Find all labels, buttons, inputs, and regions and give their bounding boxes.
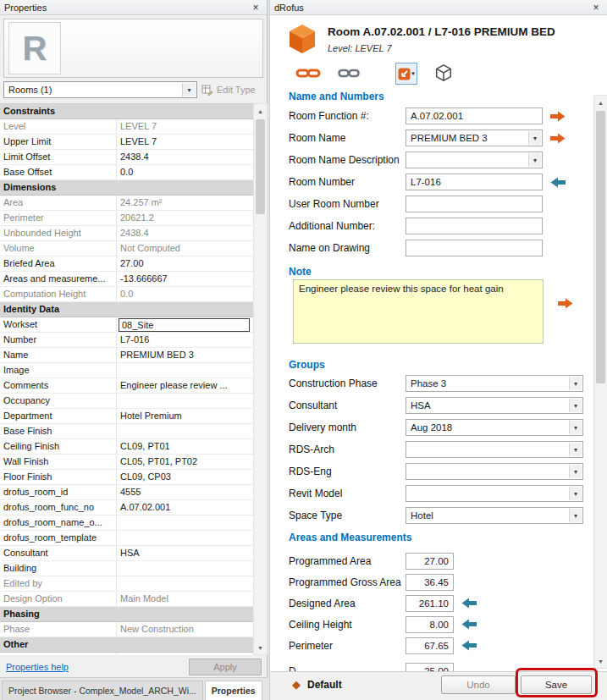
chevron-down-icon[interactable]: ▾ <box>569 509 582 522</box>
property-value[interactable]: CL09, PT01 <box>117 439 253 454</box>
properties-scrollbar[interactable]: ▲ ▼ <box>253 103 268 655</box>
section-header-dimensions[interactable]: Dimensions <box>0 180 253 196</box>
property-value[interactable]: Hotel Premium <box>117 409 253 423</box>
dropdown-room-name[interactable]: PREMIUM BED 3▾ <box>406 130 543 146</box>
blue-left-arrow[interactable] <box>461 598 477 609</box>
scroll-thumb[interactable] <box>256 119 265 214</box>
property-value[interactable] <box>117 515 253 530</box>
property-value[interactable] <box>117 363 253 378</box>
link-icon[interactable] <box>295 66 321 82</box>
property-value[interactable]: 24.257 m² <box>117 196 253 210</box>
blue-left-arrow[interactable] <box>550 177 566 188</box>
scroll-down-icon[interactable]: ▼ <box>594 654 607 668</box>
drofus-scrollbar[interactable]: ▲ ▼ <box>593 95 607 669</box>
panel-tab-project-browser-complex-[interactable]: Project Browser - Complex_Model_ARCH_Wi.… <box>2 681 203 700</box>
type-selector[interactable]: R <box>3 19 263 78</box>
scroll-up-icon[interactable]: ▲ <box>254 104 267 118</box>
dropdown-room-name-description[interactable]: ▾ <box>406 152 543 168</box>
property-value[interactable]: HSA <box>117 546 253 560</box>
property-value[interactable]: 2438.4 <box>117 150 253 164</box>
property-value[interactable]: CL05, PT01, PT02 <box>117 455 253 469</box>
text-input-room-number[interactable]: L7-016 <box>406 174 543 190</box>
property-value[interactable]: 4555 <box>117 485 253 499</box>
property-value[interactable] <box>117 576 253 591</box>
chevron-down-icon[interactable]: ▾ <box>569 465 582 478</box>
property-value[interactable]: A.07.02.001 <box>117 500 253 515</box>
apply-button[interactable]: Apply <box>189 659 262 675</box>
dropdown-revit-model[interactable]: ▾ <box>406 485 583 502</box>
property-value[interactable]: PREMIUM BED 3 <box>117 348 253 362</box>
property-value[interactable] <box>117 531 253 545</box>
dropdown-consultant[interactable]: HSA▾ <box>406 397 583 414</box>
chevron-down-icon[interactable]: ▾ <box>569 443 582 456</box>
property-value[interactable]: 27.00 <box>117 256 253 271</box>
property-value[interactable]: Main Model <box>117 592 253 606</box>
chevron-down-icon[interactable]: ▾ <box>182 83 196 96</box>
text-input-programmed-area[interactable]: 27.00 <box>406 553 454 570</box>
chevron-down-icon[interactable]: ▾ <box>569 421 582 434</box>
section-header-identity-data[interactable]: Identity Data <box>0 302 253 317</box>
text-input-room-function[interactable]: A.07.02.001 <box>406 107 543 124</box>
chevron-down-icon[interactable]: ▾ <box>528 131 541 145</box>
property-value[interactable] <box>117 653 253 655</box>
orange-right-arrow[interactable] <box>550 111 566 122</box>
property-value[interactable] <box>117 561 253 576</box>
unlink-icon[interactable] <box>338 66 360 82</box>
property-value[interactable]: LEVEL 7 <box>117 119 253 134</box>
property-value[interactable]: Not Computed <box>117 241 253 256</box>
save-button[interactable]: Save <box>521 675 592 694</box>
properties-titlebar[interactable]: Properties × <box>0 0 267 15</box>
undo-button[interactable]: Undo <box>441 675 516 694</box>
blue-left-arrow[interactable] <box>461 619 477 630</box>
edit-type-button[interactable]: Edit Type <box>201 81 264 98</box>
property-value[interactable]: CL09, CP03 <box>117 470 253 484</box>
property-value[interactable]: 0.0 <box>117 287 253 301</box>
text-input-user-room-number[interactable] <box>406 196 543 212</box>
property-value[interactable]: New Construction <box>117 622 253 637</box>
type-filter-combo[interactable]: Rooms (1) ▾ <box>3 81 197 98</box>
text-input-ceiling-height[interactable]: 8.00 <box>406 616 454 633</box>
property-value[interactable] <box>117 394 253 408</box>
text-input-programmed-gross-area[interactable]: 36.45 <box>406 574 454 591</box>
chevron-down-icon[interactable]: ▾ <box>528 153 541 167</box>
property-value[interactable]: Engineer please review ... <box>117 378 253 393</box>
dropdown-rds-arch[interactable]: ▾ <box>406 441 583 458</box>
scroll-thumb[interactable] <box>596 111 605 383</box>
section-header-constraints[interactable]: Constraints <box>0 104 253 119</box>
property-value[interactable]: 2438.4 <box>117 226 253 240</box>
close-icon[interactable]: × <box>589 2 603 14</box>
dropdown-delivery-month[interactable]: Aug 2018▾ <box>406 419 583 436</box>
property-value[interactable]: LEVEL 7 <box>117 135 253 149</box>
text-input-name-on-drawing[interactable] <box>406 240 543 256</box>
default-config-label[interactable]: Default <box>307 679 342 691</box>
properties-help-link[interactable]: Properties help <box>6 662 69 672</box>
blue-left-arrow[interactable] <box>461 640 477 651</box>
drofus-titlebar[interactable]: dRofus × <box>270 0 607 15</box>
section-header-other[interactable]: Other <box>0 637 253 653</box>
drofus-window-icon[interactable]: ▾ <box>395 63 417 85</box>
text-input-designed-area[interactable]: 261.10 <box>406 595 454 612</box>
model-cube-icon[interactable] <box>434 63 453 84</box>
section-header-phasing[interactable]: Phasing <box>0 607 253 622</box>
chevron-down-icon[interactable]: ▾ <box>411 70 415 77</box>
text-input-perimeter[interactable]: 67.65 <box>406 637 454 654</box>
scroll-up-icon[interactable]: ▲ <box>594 96 607 109</box>
property-value[interactable]: L7-016 <box>117 333 253 347</box>
orange-right-arrow[interactable] <box>558 298 573 309</box>
property-value[interactable] <box>117 424 253 438</box>
close-icon[interactable]: × <box>249 2 262 14</box>
dropdown-rds-eng[interactable]: ▾ <box>406 463 583 480</box>
note-textarea[interactable]: Engineer please review this space for he… <box>293 279 544 344</box>
chevron-down-icon[interactable]: ▾ <box>569 487 582 500</box>
default-config-icon[interactable]: ◆ <box>292 678 301 691</box>
chevron-down-icon[interactable]: ▾ <box>569 399 582 412</box>
active-edit-field[interactable]: 08_Site <box>119 318 250 332</box>
dropdown-construction-phase[interactable]: Phase 3▾ <box>406 375 583 392</box>
property-value[interactable]: -13.666667 <box>117 272 253 286</box>
scroll-down-icon[interactable]: ▼ <box>254 641 267 654</box>
orange-right-arrow[interactable] <box>550 133 566 144</box>
chevron-down-icon[interactable]: ▾ <box>569 377 582 390</box>
property-value[interactable]: 20621.2 <box>117 211 253 225</box>
panel-tab-properties[interactable]: Properties <box>205 681 262 700</box>
property-value[interactable]: 0.0 <box>117 165 253 179</box>
